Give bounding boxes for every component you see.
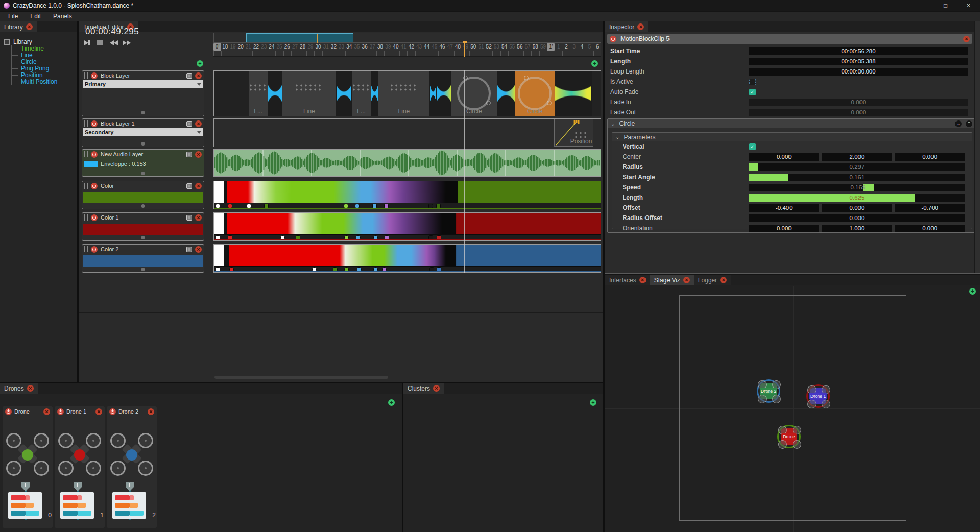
close-icon[interactable] bbox=[195, 214, 202, 221]
timeline-ruler[interactable]: 0'18192021222324252627282930313233343536… bbox=[213, 43, 601, 57]
close-icon[interactable] bbox=[433, 385, 440, 392]
panel-splitter[interactable] bbox=[603, 21, 605, 532]
loop-length-field[interactable]: 00:00:00.000 bbox=[749, 68, 968, 76]
panel-splitter[interactable] bbox=[0, 382, 603, 383]
power-icon[interactable] bbox=[91, 151, 98, 158]
layer-card-block-layer[interactable]: Block Layer Primary bbox=[82, 70, 204, 116]
color-marker[interactable] bbox=[228, 235, 232, 240]
color-marker[interactable] bbox=[429, 267, 434, 272]
layer-card-color-1[interactable]: Color 1 bbox=[82, 212, 204, 241]
layer-checkbox[interactable] bbox=[186, 215, 192, 221]
close-icon[interactable] bbox=[195, 151, 202, 158]
clip-inspector-header[interactable]: MotionBlockClip 5 bbox=[607, 34, 972, 44]
tab-stage-viz[interactable]: Stage Viz bbox=[650, 275, 694, 285]
color-marker[interactable] bbox=[333, 267, 338, 272]
close-icon[interactable] bbox=[195, 183, 202, 189]
color-gradient[interactable] bbox=[214, 181, 601, 204]
power-icon[interactable] bbox=[91, 246, 98, 253]
skip-to-next-button[interactable] bbox=[84, 39, 92, 46]
horizontal-scrollbar[interactable] bbox=[214, 376, 388, 379]
color-marker[interactable] bbox=[296, 235, 300, 240]
start-time-field[interactable]: 00:00:56.280 bbox=[749, 47, 968, 55]
drag-handle[interactable] bbox=[84, 214, 88, 221]
power-icon[interactable] bbox=[109, 408, 116, 415]
close-icon[interactable] bbox=[26, 23, 33, 30]
chevron-down-icon[interactable]: ⌄ bbox=[615, 134, 619, 140]
resize-handle[interactable] bbox=[141, 268, 145, 271]
color-marker[interactable] bbox=[344, 267, 349, 272]
panel-splitter[interactable] bbox=[402, 383, 403, 532]
layer-checkbox[interactable] bbox=[186, 73, 192, 79]
drag-handle[interactable] bbox=[84, 120, 88, 127]
menu-edit[interactable]: Edit bbox=[25, 12, 46, 20]
move-up-icon[interactable]: ⌃ bbox=[966, 120, 972, 127]
color-marker[interactable] bbox=[355, 204, 360, 208]
close-icon[interactable] bbox=[195, 120, 202, 127]
orientation-y-field[interactable]: 1.000 bbox=[822, 225, 892, 232]
close-icon[interactable] bbox=[963, 36, 970, 42]
power-icon[interactable] bbox=[5, 408, 12, 415]
inspector-scrollbar[interactable] bbox=[974, 21, 980, 273]
library-root-item[interactable]: Library bbox=[4, 38, 77, 45]
collapse-icon[interactable] bbox=[4, 39, 10, 45]
rewind-button[interactable] bbox=[110, 39, 118, 46]
panel-splitter[interactable] bbox=[77, 21, 79, 383]
close-icon[interactable] bbox=[683, 277, 690, 283]
drone-card-drone-1[interactable]: Drone 11 bbox=[55, 406, 105, 528]
length-slider[interactable]: 0.625 bbox=[749, 194, 965, 202]
fade-out-field[interactable]: 0.000 bbox=[749, 109, 968, 116]
speed-slider[interactable]: -0.169 bbox=[749, 184, 965, 191]
color-gradient[interactable] bbox=[214, 213, 601, 235]
close-icon[interactable] bbox=[95, 408, 102, 415]
power-icon[interactable] bbox=[610, 36, 616, 42]
close-icon[interactable] bbox=[43, 408, 50, 415]
tab-inspector[interactable]: Inspector bbox=[605, 21, 648, 32]
is-active-checkbox[interactable] bbox=[749, 79, 756, 85]
clip-position[interactable]: Position bbox=[554, 119, 593, 147]
drone-card-drone-2[interactable]: Drone 22 bbox=[107, 406, 157, 528]
chevron-down-icon[interactable]: ⌄ bbox=[611, 121, 615, 127]
color-marker[interactable] bbox=[216, 267, 220, 272]
drone-card-drone[interactable]: Drone0 bbox=[3, 406, 53, 528]
parameters-header[interactable]: ⌄ Parameters bbox=[612, 133, 972, 141]
clip-line[interactable]: Line bbox=[378, 71, 430, 116]
layer-card-block-layer-1[interactable]: Block Layer 1 Secondary bbox=[82, 118, 204, 147]
power-icon[interactable] bbox=[57, 408, 64, 415]
offset-z-field[interactable]: -0.700 bbox=[895, 204, 965, 212]
offset-x-field[interactable]: -0.400 bbox=[749, 204, 819, 212]
color-marker[interactable] bbox=[357, 267, 362, 272]
color-marker[interactable] bbox=[373, 267, 378, 272]
color-marker[interactable] bbox=[247, 204, 251, 208]
add-layer-button[interactable] bbox=[197, 60, 203, 67]
color-marker[interactable] bbox=[436, 204, 441, 208]
minimize-button[interactable]: – bbox=[911, 0, 934, 11]
drag-handle[interactable] bbox=[84, 246, 88, 252]
panel-splitter[interactable] bbox=[605, 273, 980, 274]
color-marker[interactable] bbox=[216, 204, 220, 208]
orientation-x-field[interactable]: 0.000 bbox=[749, 225, 819, 232]
layer-mode-dropdown[interactable]: Secondary bbox=[83, 128, 203, 136]
drag-handle[interactable] bbox=[84, 183, 88, 189]
tab-clusters[interactable]: Clusters bbox=[403, 383, 444, 394]
playhead-marker[interactable] bbox=[464, 43, 465, 57]
color-marker[interactable] bbox=[428, 204, 433, 208]
clip-l[interactable]: L... bbox=[352, 71, 371, 116]
layer-checkbox[interactable] bbox=[186, 183, 192, 189]
close-icon[interactable] bbox=[148, 408, 154, 415]
overview-selection[interactable] bbox=[246, 33, 353, 42]
track-color-1[interactable] bbox=[213, 212, 601, 241]
color-marker[interactable] bbox=[344, 204, 348, 208]
track-block-layer[interactable]: L...LineL...LineCircleCircle bbox=[213, 70, 601, 116]
add-drone-button[interactable] bbox=[388, 399, 395, 406]
resize-handle[interactable] bbox=[141, 172, 145, 175]
fast-forward-button[interactable] bbox=[123, 39, 131, 46]
resize-handle[interactable] bbox=[141, 111, 145, 114]
clip-circle[interactable]: Circle bbox=[515, 71, 555, 116]
center-x-field[interactable]: 0.000 bbox=[749, 153, 819, 161]
stage-drone-drone-2[interactable]: Drone 2 bbox=[757, 379, 780, 403]
start-angle-slider[interactable]: 0.161 bbox=[749, 174, 965, 181]
library-item-multi-position[interactable]: Multi Position bbox=[12, 79, 77, 85]
resize-handle[interactable] bbox=[141, 142, 145, 146]
stage-drone-drone[interactable]: Drone bbox=[777, 425, 801, 448]
stop-button[interactable] bbox=[97, 39, 105, 46]
